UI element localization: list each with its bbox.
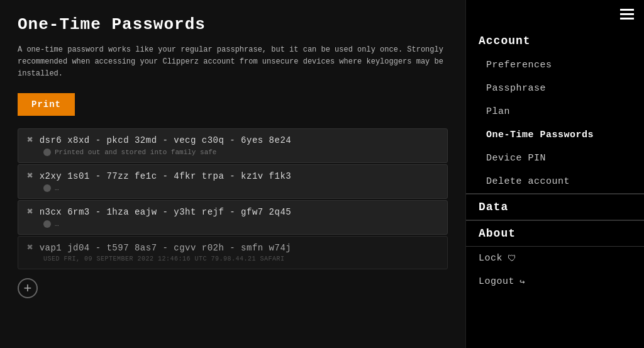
- password-item: ✖vap1 jd04 - t597 8as7 - cgvv r02h - smf…: [18, 236, 448, 269]
- sidebar-section-header-data[interactable]: Data: [466, 194, 644, 220]
- meta-label: …: [55, 220, 59, 228]
- sidebar-section-header-about[interactable]: About: [466, 220, 644, 246]
- password-text: x2xy 1s01 - 77zz fe1c - 4fkr trpa - kz1v…: [40, 171, 292, 181]
- sidebar-header: [466, 0, 644, 28]
- print-button[interactable]: Print: [18, 93, 75, 116]
- password-meta: …: [27, 220, 438, 228]
- remove-password-icon[interactable]: ✖: [27, 243, 33, 253]
- password-row: ✖dsr6 x8xd - pkcd 32md - vecg c30q - 6ye…: [27, 135, 438, 145]
- password-text: n3cx 6rm3 - 1hza eajw - y3ht rejf - gfw7…: [40, 207, 292, 217]
- sidebar-item-passphrase[interactable]: Passphrase: [466, 77, 644, 100]
- logout-label: Logout: [479, 276, 514, 287]
- used-info-label: USED Fri, 09 September 2022 12:46:16 UTC…: [27, 255, 438, 262]
- password-item: ✖n3cx 6rm3 - 1hza eajw - y3ht rejf - gfw…: [18, 200, 448, 235]
- remove-password-icon[interactable]: ✖: [27, 135, 33, 145]
- sidebar-item-plan[interactable]: Plan: [466, 100, 644, 123]
- lock-icon: 🛡: [508, 254, 517, 264]
- sidebar-section-header-account[interactable]: Account: [466, 28, 644, 53]
- remove-password-icon[interactable]: ✖: [27, 207, 33, 217]
- hamburger-menu-icon[interactable]: [620, 9, 634, 20]
- sidebar-item-device-pin[interactable]: Device PIN: [466, 147, 644, 170]
- meta-label: Printed out and stored into family safe: [55, 149, 216, 156]
- meta-dot-icon: [43, 149, 51, 156]
- hamburger-line-2: [620, 13, 634, 15]
- meta-dot-icon: [43, 220, 51, 228]
- sidebar-item-logout[interactable]: Logout↪: [466, 270, 644, 293]
- sidebar-item-delete-account[interactable]: Delete account: [466, 170, 644, 193]
- sidebar-item-preferences[interactable]: Preferences: [466, 53, 644, 77]
- password-text: dsr6 x8xd - pkcd 32md - vecg c30q - 6yes…: [40, 135, 292, 145]
- sidebar-item-lock[interactable]: Lock🛡: [466, 247, 644, 270]
- page-description: A one-time password works like your regu…: [18, 44, 445, 81]
- password-row: ✖vap1 jd04 - t597 8as7 - cgvv r02h - smf…: [27, 243, 438, 253]
- remove-password-icon[interactable]: ✖: [27, 171, 33, 181]
- hamburger-line-1: [620, 9, 634, 11]
- password-row: ✖n3cx 6rm3 - 1hza eajw - y3ht rejf - gfw…: [27, 207, 438, 217]
- password-item: ✖dsr6 x8xd - pkcd 32md - vecg c30q - 6ye…: [18, 128, 448, 163]
- main-content: One-Time Passwords A one-time password w…: [0, 0, 465, 348]
- sidebar-nav: AccountPreferencesPassphrasePlanOne-Time…: [466, 28, 644, 293]
- add-password-button[interactable]: +: [18, 278, 38, 298]
- meta-label: …: [55, 184, 59, 192]
- password-meta: …: [27, 184, 438, 192]
- sidebar: AccountPreferencesPassphrasePlanOne-Time…: [465, 0, 644, 348]
- password-item: ✖x2xy 1s01 - 77zz fe1c - 4fkr trpa - kz1…: [18, 164, 448, 199]
- password-list: ✖dsr6 x8xd - pkcd 32md - vecg c30q - 6ye…: [18, 128, 448, 269]
- page-title: One-Time Passwords: [18, 15, 448, 34]
- logout-icon: ↪: [519, 276, 525, 287]
- lock-label: Lock: [479, 253, 502, 264]
- hamburger-line-3: [620, 18, 634, 20]
- sidebar-item-one-time-passwords[interactable]: One-Time Passwords: [466, 123, 644, 147]
- password-text: vap1 jd04 - t597 8as7 - cgvv r02h - smfn…: [40, 243, 292, 253]
- password-row: ✖x2xy 1s01 - 77zz fe1c - 4fkr trpa - kz1…: [27, 171, 438, 181]
- password-meta: Printed out and stored into family safe: [27, 149, 438, 156]
- meta-dot-icon: [43, 184, 51, 192]
